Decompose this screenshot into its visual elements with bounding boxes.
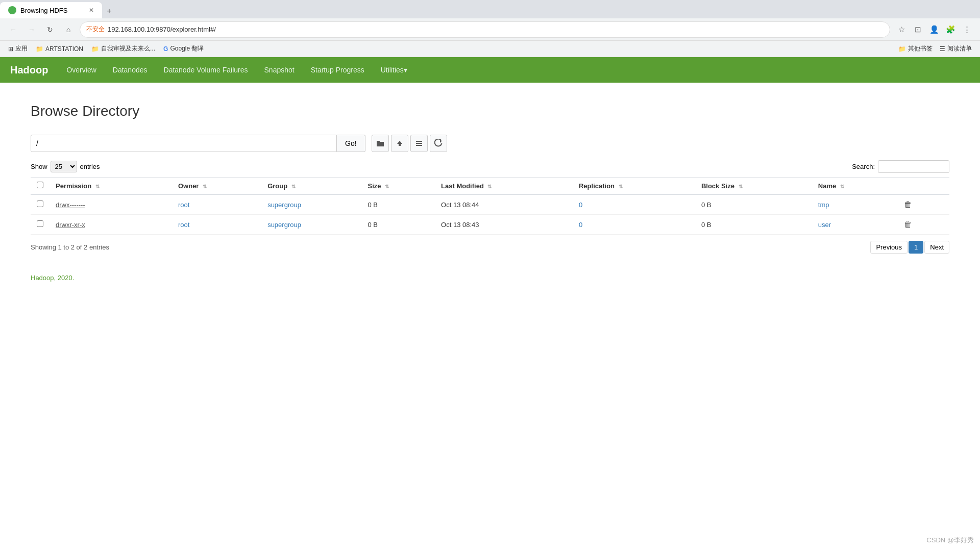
th-sort-1[interactable]: Permission ⇅ [50, 178, 172, 195]
reading-list[interactable]: ☰ 阅读清单 [938, 43, 974, 54]
nav-snapshot[interactable]: Snapshot [256, 57, 303, 83]
bookmark-apps[interactable]: ⊞ 应用 [6, 43, 30, 54]
browser-chrome: Browsing HDFS ✕ + ← → ↻ ⌂ 不安全 192.168.10… [0, 0, 980, 57]
extension-button[interactable]: 🧩 [943, 22, 958, 37]
bookmark-folder-icon-other: 📁 [898, 45, 906, 53]
up-arrow-icon [396, 139, 404, 147]
th-sort-8[interactable]: Name ⇅ [812, 178, 896, 195]
up-dir-button[interactable] [391, 135, 408, 152]
forward-button[interactable]: → [24, 22, 39, 37]
nav-datanodes[interactable]: Datanodes [105, 57, 156, 83]
sort-icon-owner: ⇅ [203, 184, 207, 189]
cell-block-size-0: 0 B [695, 194, 812, 215]
th-sort-5[interactable]: Last Modified ⇅ [435, 178, 573, 195]
col-name: Name [818, 182, 836, 190]
col-size: Size [368, 182, 381, 190]
nav-utilities[interactable]: Utilities [373, 57, 415, 83]
row-checkbox-0[interactable] [37, 201, 43, 207]
reload-button[interactable]: ↻ [43, 22, 57, 37]
owner-link-1[interactable]: root [178, 221, 189, 229]
active-tab[interactable]: Browsing HDFS ✕ [0, 2, 102, 18]
entries-select[interactable]: 10 25 50 100 [51, 161, 77, 172]
page-1-button[interactable]: 1 [909, 241, 923, 254]
hadoop-brand[interactable]: Hadoop [10, 64, 48, 76]
table-row: drwx------- root supergroup 0 B Oct 13 0… [31, 194, 949, 215]
bookmark-star-button[interactable]: ☆ [894, 22, 909, 37]
name-link-1[interactable]: user [818, 221, 831, 229]
nav-datanode-volume-failures[interactable]: Datanode Volume Failures [156, 57, 256, 83]
entries-label: entries [80, 163, 100, 170]
main-content: Browse Directory Go! [0, 83, 980, 302]
directory-table: Permission ⇅ Owner ⇅ Group ⇅ Size ⇅ Last… [31, 177, 949, 235]
new-tab-button[interactable]: + [102, 4, 116, 18]
th-sort-2[interactable]: Owner ⇅ [172, 178, 261, 195]
bookmark-translate-label: Google 翻译 [170, 44, 204, 53]
th-sort-3[interactable]: Group ⇅ [261, 178, 361, 195]
cell-delete-1: 🗑 [896, 215, 949, 235]
delete-button-0[interactable]: 🗑 [902, 199, 914, 210]
sort-icon-replication: ⇅ [619, 184, 623, 189]
apps-icon: ⊞ [8, 45, 13, 53]
address-bar[interactable]: 不安全 192.168.100.10:9870/explorer.html#/ [80, 21, 890, 38]
bookmark-artstation[interactable]: 📁 ARTSTATION [34, 44, 85, 54]
search-input[interactable] [878, 160, 949, 173]
sort-icon-last-modified: ⇅ [487, 184, 492, 189]
bookmark-self-review[interactable]: 📁 自我审视及未来么... [89, 43, 157, 54]
row-checkbox-cell [31, 194, 50, 215]
th-sort-6[interactable]: Replication ⇅ [573, 178, 695, 195]
th-sort-7[interactable]: Block Size ⇅ [695, 178, 812, 195]
col-replication: Replication [579, 182, 615, 190]
group-link-1[interactable]: supergroup [267, 221, 301, 229]
previous-button[interactable]: Previous [870, 241, 908, 254]
path-input[interactable] [31, 135, 337, 152]
nav-startup-progress[interactable]: Startup Progress [303, 57, 373, 83]
svg-rect-2 [416, 145, 422, 146]
col-last-modified: Last Modified [441, 182, 484, 190]
cell-delete-0: 🗑 [896, 194, 949, 215]
bookmark-self-review-label: 自我审视及未来么... [101, 44, 155, 53]
th-sort-4[interactable]: Size ⇅ [362, 178, 435, 195]
tab-favicon [8, 6, 16, 14]
search-box: Search: [852, 160, 949, 173]
nav-overview[interactable]: Overview [58, 57, 104, 83]
settings-button[interactable]: ⋮ [960, 22, 974, 37]
home-dir-button[interactable] [372, 135, 389, 152]
bookmark-apps-label: 应用 [15, 44, 28, 53]
other-bookmarks[interactable]: 📁 其他书签 [896, 43, 935, 54]
account-button[interactable]: 👤 [927, 22, 941, 37]
cell-block-size-1: 0 B [695, 215, 812, 235]
go-button[interactable]: Go! [337, 135, 365, 152]
delete-button-1[interactable]: 🗑 [902, 219, 914, 230]
reading-mode-button[interactable]: ⊡ [911, 22, 925, 37]
tab-close-button[interactable]: ✕ [89, 7, 94, 14]
owner-link-0[interactable]: root [178, 201, 189, 209]
cell-name-0: tmp [812, 194, 896, 215]
col-block-size: Block Size [701, 182, 734, 190]
pagination: Previous 1 Next [870, 241, 949, 254]
col-group: Group [267, 182, 287, 190]
list-view-button[interactable] [410, 135, 428, 152]
th-actions [896, 178, 949, 195]
showing-text: Showing 1 to 2 of 2 entries [31, 243, 109, 251]
refresh-button[interactable] [430, 135, 447, 152]
next-button[interactable]: Next [924, 241, 949, 254]
reading-list-icon: ☰ [940, 45, 945, 53]
name-link-0[interactable]: tmp [818, 201, 829, 209]
replication-link-1[interactable]: 0 [579, 221, 582, 229]
select-all-checkbox[interactable] [37, 182, 43, 188]
group-link-0[interactable]: supergroup [267, 201, 301, 209]
cell-owner-0: root [172, 194, 261, 215]
hadoop-footer: Hadoop, 2020. [31, 274, 949, 282]
replication-link-0[interactable]: 0 [579, 201, 582, 209]
cell-name-1: user [812, 215, 896, 235]
select-all-header [31, 178, 50, 195]
row-checkbox-1[interactable] [37, 220, 43, 227]
path-bar: Go! [31, 135, 949, 152]
home-button[interactable]: ⌂ [61, 22, 76, 37]
bookmark-google-translate[interactable]: G Google 翻译 [161, 43, 206, 54]
table-body: drwx------- root supergroup 0 B Oct 13 0… [31, 194, 949, 235]
back-button[interactable]: ← [6, 22, 20, 37]
url-display: 192.168.100.10:9870/explorer.html#/ [108, 26, 216, 33]
cell-owner-1: root [172, 215, 261, 235]
cell-permission-0: drwx------- [50, 194, 172, 215]
